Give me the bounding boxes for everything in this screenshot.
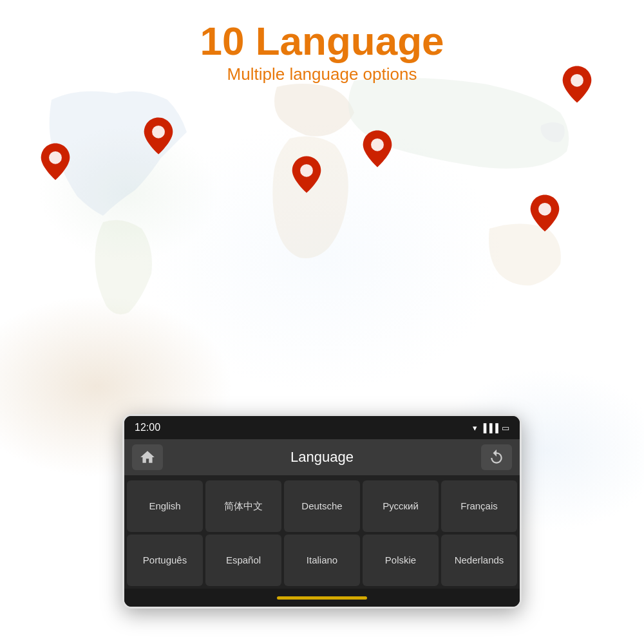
lang-portuguese[interactable]: Português — [127, 535, 203, 586]
page-subtitle: Multiple language options — [0, 64, 644, 84]
lang-italian[interactable]: Italiano — [284, 535, 360, 586]
language-grid: English 简体中文 Deutsche Русский Français P… — [124, 478, 520, 589]
page-title: 10 Language — [0, 19, 644, 63]
nav-bar: Language — [124, 439, 520, 475]
wifi-icon: ▾ — [473, 423, 477, 433]
nav-title: Language — [163, 449, 481, 466]
svg-point-5 — [538, 203, 551, 216]
map-pin-1 — [39, 142, 72, 182]
back-button[interactable] — [481, 444, 512, 470]
signal-icon: ▐▐▐ — [480, 423, 498, 433]
map-pin-6 — [528, 193, 562, 233]
svg-point-4 — [571, 74, 583, 87]
battery-icon: ▭ — [502, 423, 509, 433]
svg-point-1 — [152, 126, 165, 138]
svg-point-3 — [371, 138, 384, 151]
map-pin-5 — [560, 64, 594, 104]
device-frame: 12:00 ▾ ▐▐▐ ▭ Language English — [122, 414, 522, 609]
lang-dutch[interactable]: Nederlands — [441, 535, 517, 586]
map-pin-3 — [290, 155, 323, 194]
app-screen: Language English 简体中文 Deutsche Русский F… — [124, 439, 520, 589]
lang-russian[interactable]: Русский — [363, 480, 439, 532]
lang-chinese[interactable]: 简体中文 — [205, 480, 281, 532]
home-button[interactable] — [132, 444, 163, 470]
lang-english[interactable]: English — [127, 480, 203, 532]
lang-spanish[interactable]: Español — [205, 535, 281, 586]
lang-polish[interactable]: Polskie — [363, 535, 439, 586]
status-bar: 12:00 ▾ ▐▐▐ ▭ — [124, 416, 520, 439]
header-area: 10 Language Multiple language options — [0, 19, 644, 84]
svg-point-2 — [300, 164, 313, 177]
lang-french[interactable]: Français — [441, 480, 517, 532]
status-time: 12:00 — [135, 422, 160, 433]
status-icons: ▾ ▐▐▐ ▭ — [473, 423, 509, 433]
map-pin-2 — [142, 116, 175, 156]
svg-point-0 — [49, 151, 62, 164]
bottom-indicator — [277, 596, 367, 600]
bottom-bar — [124, 589, 520, 607]
lang-german[interactable]: Deutsche — [284, 480, 360, 532]
map-pin-4 — [361, 129, 394, 169]
